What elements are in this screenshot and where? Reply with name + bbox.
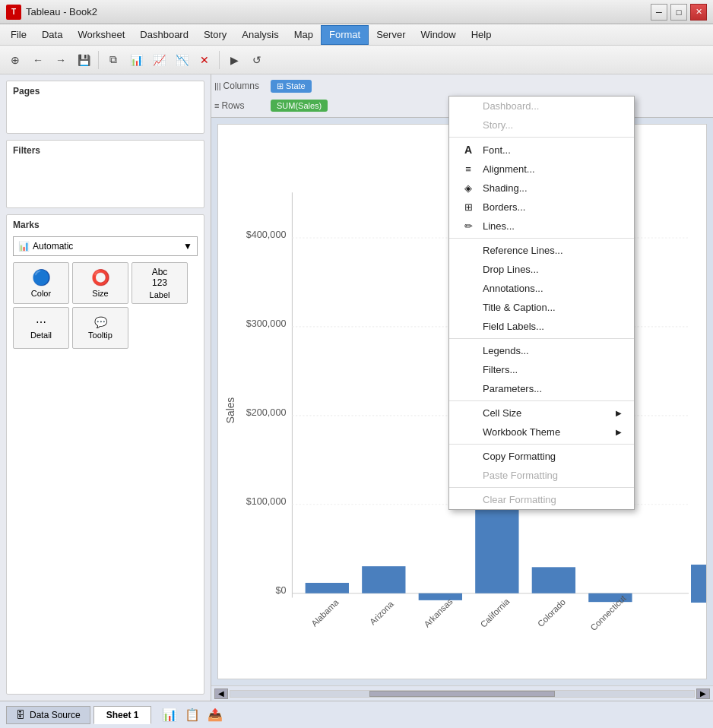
menu-window[interactable]: Window — [413, 25, 463, 45]
save-button[interactable]: 💾 — [73, 49, 94, 71]
menu-dashboard[interactable]: Dashboard — [132, 25, 196, 45]
dd-cell-size[interactable]: Cell Size ▶ — [449, 404, 634, 423]
menu-format[interactable]: Format — [321, 25, 369, 45]
alignment-icon: ≡ — [461, 163, 475, 175]
menu-map[interactable]: Map — [287, 25, 321, 45]
menu-server[interactable]: Server — [369, 25, 413, 45]
scrollbar-track[interactable] — [230, 690, 695, 698]
dd-sep-6 — [449, 487, 634, 488]
toolbar-sep-1 — [98, 51, 99, 69]
filters-label: Filters — [10, 144, 201, 159]
dd-workbook-theme[interactable]: Workbook Theme ▶ — [449, 423, 634, 442]
scroll-left-button[interactable]: ◀ — [214, 688, 228, 699]
new-dashboard-icon[interactable]: 📋 — [183, 706, 201, 724]
dd-shading-label: Shading... — [483, 182, 528, 194]
datasource-label: Data Source — [30, 710, 81, 720]
marks-label-button[interactable]: Abc123 Label — [132, 262, 188, 304]
datasource-tab[interactable]: 🗄 Data Source — [6, 706, 90, 724]
dd-dashboard[interactable]: Dashboard... — [449, 97, 634, 116]
dd-shading[interactable]: ◈ Shading... — [449, 179, 634, 198]
marks-buttons-area: 🔵 Color ⭕ Size Abc123 Label ⋯ Detail 💬 — [10, 259, 201, 352]
new-worksheet-icon[interactable]: 📊 — [160, 706, 179, 724]
dd-workbook-theme-label: Workbook Theme — [483, 426, 560, 438]
cell-size-arrow-icon: ▶ — [616, 409, 622, 417]
dd-story-label: Story... — [483, 119, 513, 131]
dd-annotations[interactable]: Annotations... — [449, 279, 634, 298]
dd-drop-lines-label: Drop Lines... — [483, 264, 539, 275]
chart-btn-3[interactable]: 📉 — [171, 49, 192, 71]
dd-copy-formatting[interactable]: Copy Formatting — [449, 447, 634, 466]
dd-borders[interactable]: ⊞ Borders... — [449, 198, 634, 217]
svg-text:$300,000: $300,000 — [246, 318, 287, 329]
clear-button[interactable]: ✕ — [194, 49, 215, 71]
refresh-button[interactable]: ↺ — [246, 49, 268, 71]
scroll-right-button[interactable]: ▶ — [696, 688, 710, 699]
size-icon: ⭕ — [91, 268, 110, 286]
menu-analysis[interactable]: Analysis — [234, 25, 286, 45]
menu-story[interactable]: Story — [196, 25, 234, 45]
chart-btn-2[interactable]: 📈 — [148, 49, 170, 71]
columns-shelf: ||| Columns ⊞ State — [214, 76, 710, 96]
rows-label: ≡ Rows — [214, 100, 268, 111]
scrollbar-thumb[interactable] — [369, 691, 555, 697]
dd-font[interactable]: A Font... — [449, 140, 634, 160]
rows-text: Rows — [221, 100, 244, 111]
detail-icon: ⋯ — [36, 316, 46, 328]
close-button[interactable]: ✕ — [690, 4, 707, 21]
dd-title-caption[interactable]: Title & Caption... — [449, 298, 634, 317]
maximize-button[interactable]: □ — [670, 4, 687, 21]
tooltip-label: Tooltip — [88, 331, 112, 340]
svg-text:Arkansas: Arkansas — [422, 597, 454, 628]
svg-text:California: California — [479, 597, 512, 629]
dd-reference-lines-label: Reference Lines... — [483, 245, 563, 256]
svg-text:$200,000: $200,000 — [246, 407, 287, 418]
dd-reference-lines[interactable]: Reference Lines... — [449, 241, 634, 260]
dd-lines[interactable]: ✏ Lines... — [449, 217, 634, 236]
new-story-icon[interactable]: 📤 — [206, 706, 224, 724]
dd-alignment[interactable]: ≡ Alignment... — [449, 160, 634, 179]
new-button[interactable]: ⊕ — [5, 49, 26, 71]
dd-field-labels[interactable]: Field Labels... — [449, 317, 634, 336]
menu-file[interactable]: File — [3, 25, 34, 45]
toolbar: ⊕ ← → 💾 ⧉ 📊 📈 📉 ✕ ▶ ↺ — [0, 46, 713, 74]
sheet1-label: Sheet 1 — [106, 710, 139, 720]
marks-tooltip-button[interactable]: 💬 Tooltip — [72, 307, 128, 349]
dd-legends[interactable]: Legends... — [449, 341, 634, 360]
dd-sep-2 — [449, 238, 634, 239]
menu-data[interactable]: Data — [34, 25, 70, 45]
columns-label: ||| Columns — [214, 81, 268, 91]
marks-size-button[interactable]: ⭕ Size — [72, 262, 128, 304]
menu-help[interactable]: Help — [464, 25, 499, 45]
chart-btn-1[interactable]: 📊 — [125, 49, 147, 71]
svg-rect-14 — [362, 566, 405, 593]
svg-text:Sales: Sales — [225, 397, 236, 424]
svg-rect-12 — [306, 583, 349, 593]
state-pill[interactable]: ⊞ State — [271, 80, 312, 93]
state-pill-icon: ⊞ — [277, 81, 284, 91]
dd-font-label: Font... — [483, 144, 511, 156]
dd-dashboard-label: Dashboard... — [483, 100, 539, 112]
run-button[interactable]: ▶ — [223, 49, 245, 71]
menu-worksheet[interactable]: Worksheet — [70, 25, 132, 45]
marks-detail-button[interactable]: ⋯ Detail — [13, 307, 69, 349]
sales-pill[interactable]: SUM(Sales) — [271, 100, 328, 112]
svg-text:$100,000: $100,000 — [246, 496, 287, 507]
marks-type-dropdown[interactable]: 📊 Automatic ▼ — [13, 236, 198, 256]
new-datasource-button[interactable]: ⧉ — [103, 49, 124, 71]
menu-bar: File Data Worksheet Dashboard Story Anal… — [0, 24, 713, 46]
dropdown-arrow-icon: ▼ — [183, 241, 192, 252]
dd-borders-label: Borders... — [483, 201, 525, 213]
dd-legends-label: Legends... — [483, 345, 529, 356]
forward-button[interactable]: → — [50, 49, 71, 71]
minimize-button[interactable]: ─ — [651, 4, 667, 21]
datasource-icon: 🗄 — [16, 710, 25, 720]
dd-lines-label: Lines... — [483, 220, 515, 232]
dd-drop-lines[interactable]: Drop Lines... — [449, 260, 634, 279]
dd-parameters[interactable]: Parameters... — [449, 379, 634, 398]
back-button[interactable]: ← — [27, 49, 49, 71]
sheet1-tab[interactable]: Sheet 1 — [93, 706, 152, 724]
marks-color-button[interactable]: 🔵 Color — [13, 262, 69, 304]
dd-filters[interactable]: Filters... — [449, 360, 634, 379]
workbook-theme-arrow-icon: ▶ — [616, 428, 622, 436]
dd-field-labels-label: Field Labels... — [483, 321, 544, 332]
